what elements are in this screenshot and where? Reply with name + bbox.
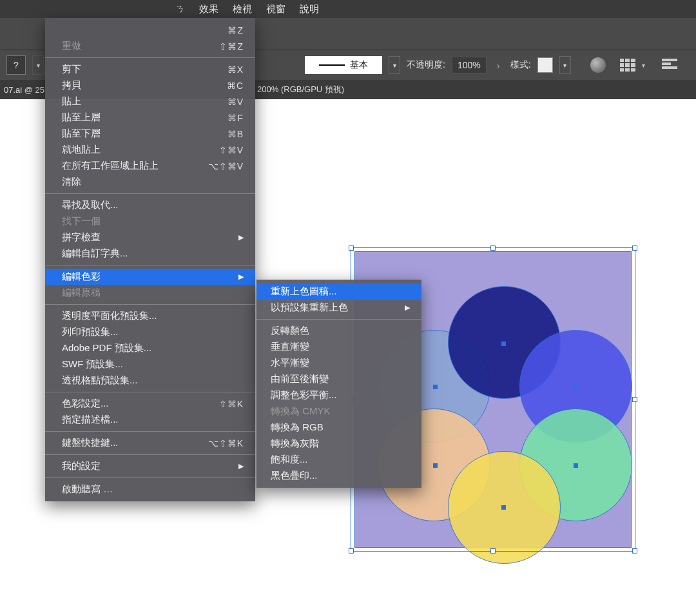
menubar-view[interactable]: 檢視 [233, 3, 252, 15]
submenu-vblend[interactable]: 垂直漸變 [256, 339, 421, 355]
menu-paste[interactable]: 貼上⌘V [45, 93, 255, 110]
menu-edit-colors[interactable]: 編輯色彩▶ [45, 269, 255, 285]
menu-redo: 重做⇧⌘Z [45, 38, 255, 54]
menubar: 編輯 ㄋ 效果 檢視 視窗 說明 [0, 0, 696, 18]
menu-cut[interactable]: 剪下⌘X [45, 61, 255, 77]
anchor-point[interactable] [574, 385, 578, 389]
menu-separator [45, 454, 255, 455]
opacity-chevron-icon[interactable]: › [493, 60, 504, 71]
tab-left-text[interactable]: 07.ai @ 25 [3, 85, 44, 95]
align-icon[interactable] [662, 59, 677, 72]
submenu-arrow-icon: ▶ [238, 233, 244, 242]
menu-undo[interactable]: ⌘Z [45, 22, 255, 38]
submenu-recolor-preset[interactable]: 以預設集重新上色▶ [256, 300, 421, 316]
opacity-value[interactable]: 100% [452, 57, 487, 73]
menu-paste-all[interactable]: 在所有工作區域上貼上⌥⇧⌘V [45, 158, 255, 174]
menu-edit-dict[interactable]: 編輯自訂字典... [45, 245, 255, 262]
recolor-icon[interactable] [590, 57, 606, 73]
submenu-to-cmyk: 轉換為 CMYK [256, 403, 421, 419]
menu-separator [45, 392, 255, 392]
menu-my-settings[interactable]: 我的設定▶ [45, 458, 255, 474]
edit-menu: ⌘Z 重做⇧⌘Z 剪下⌘X 拷貝⌘C 貼上⌘V 貼至上層⌘F 貼至下層⌘B 就地… [45, 18, 255, 501]
menu-edit-original: 編輯原稿 [45, 285, 255, 301]
submenu-fb-blend[interactable]: 由前至後漸變 [256, 371, 421, 387]
submenu-to-rgb[interactable]: 轉換為 RGB [256, 419, 421, 436]
submenu-saturate[interactable]: 飽和度... [256, 452, 421, 468]
transform-grid-icon[interactable] [620, 59, 635, 72]
menu-print-preset[interactable]: 列印預設集... [45, 324, 255, 340]
stroke-line-icon [319, 64, 345, 66]
stroke-dropdown[interactable]: ▾ [389, 56, 400, 74]
menu-paste-front[interactable]: 貼至上層⌘F [45, 110, 255, 126]
submenu-arrow-icon: ▶ [405, 303, 410, 312]
menu-separator [45, 265, 255, 265]
menubar-effects[interactable]: 效果 [199, 3, 218, 15]
menu-swf-preset[interactable]: SWF 預設集... [45, 356, 255, 372]
submenu-arrow-icon: ▶ [238, 273, 244, 281]
stroke-style-box[interactable]: 基本 [305, 56, 382, 74]
submenu-recolor[interactable]: 重新上色圖稿... [256, 284, 421, 300]
menu-dictation[interactable]: 啟動聽寫 … [45, 481, 255, 497]
submenu-adjust-balance[interactable]: 調整色彩平衡... [256, 387, 421, 403]
menu-find-replace[interactable]: 尋找及取代... [45, 197, 255, 213]
menubar-window[interactable]: 視窗 [266, 3, 285, 15]
menu-separator [45, 477, 255, 478]
menu-paste-in-place[interactable]: 就地貼上⇧⌘V [45, 142, 255, 158]
submenu-hblend[interactable]: 水平漸變 [256, 355, 421, 371]
opacity-label: 不透明度: [407, 59, 445, 71]
menu-pdf-preset[interactable]: Adobe PDF 預設集... [45, 340, 255, 356]
menu-separator [45, 57, 255, 58]
menu-separator [45, 193, 255, 194]
style-dropdown[interactable]: ▾ [559, 56, 571, 74]
submenu-arrow-icon: ▶ [238, 462, 244, 470]
menu-transparency-preset[interactable]: 透明度平面化預設集... [45, 308, 255, 324]
menu-perspective-preset[interactable]: 透視格點預設集... [45, 372, 255, 389]
menubar-help[interactable]: 說明 [300, 3, 319, 15]
anchor-point[interactable] [433, 385, 438, 389]
menu-find-next: 找下一個 [45, 213, 255, 229]
menu-paste-back[interactable]: 貼至下層⌘B [45, 126, 255, 142]
edit-colors-submenu: 重新上色圖稿... 以預設集重新上色▶ 反轉顏色 垂直漸變 水平漸變 由前至後漸… [256, 280, 421, 488]
menu-spell[interactable]: 拼字檢查▶ [45, 229, 255, 245]
anchor-point[interactable] [501, 505, 506, 510]
anchor-point[interactable] [433, 463, 438, 468]
style-label: 樣式: [510, 59, 531, 71]
menu-copy[interactable]: 拷貝⌘C [45, 77, 255, 93]
menu-separator [256, 319, 421, 320]
help-icon[interactable]: ? [6, 55, 26, 75]
submenu-overprint[interactable]: 黑色疊印... [256, 468, 421, 484]
menu-keyboard[interactable]: 鍵盤快捷鍵...⌥⇧⌘K [45, 435, 255, 451]
menu-separator [45, 304, 255, 305]
help-dropdown[interactable]: ▾ [32, 55, 44, 75]
anchor-point[interactable] [574, 463, 578, 468]
tab-right-text[interactable]: 200% (RGB/GPU 預視) [257, 84, 344, 95]
menu-assign-profile[interactable]: 指定描述檔... [45, 412, 255, 428]
menubar-active-highlight [45, 0, 84, 18]
menubar-item[interactable]: ㄋ [175, 3, 185, 15]
menu-separator [45, 431, 255, 432]
style-swatch[interactable] [537, 57, 553, 73]
menu-color-settings[interactable]: 色彩設定...⇧⌘K [45, 396, 255, 412]
anchor-point[interactable] [501, 342, 506, 346]
menu-clear[interactable]: 清除 [45, 174, 255, 190]
submenu-to-gray[interactable]: 轉換為灰階 [256, 436, 421, 452]
submenu-invert[interactable]: 反轉顏色 [256, 323, 421, 339]
grid-dropdown-icon[interactable]: ▾ [642, 62, 645, 69]
